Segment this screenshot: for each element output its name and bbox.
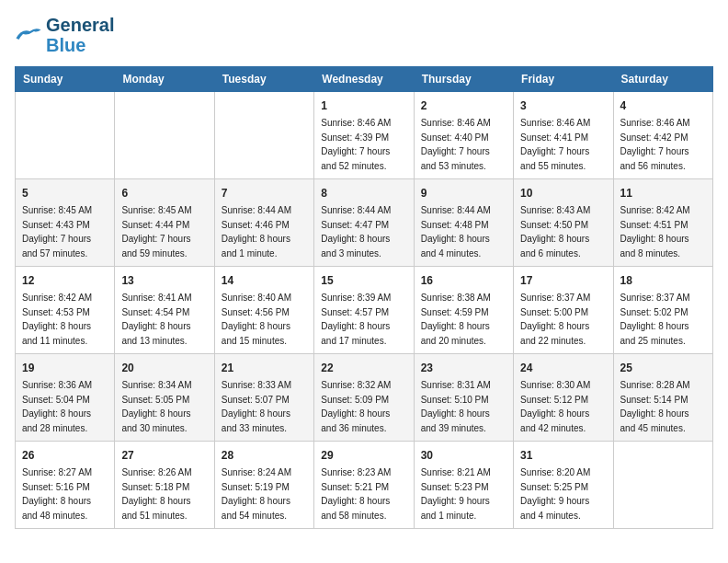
calendar-cell: 6Sunrise: 8:45 AM Sunset: 4:44 PM Daylig… — [115, 179, 214, 267]
day-info: Sunrise: 8:39 AM Sunset: 4:57 PM Dayligh… — [321, 291, 406, 348]
logo-bird-icon — [15, 26, 42, 42]
day-info: Sunrise: 8:44 AM Sunset: 4:48 PM Dayligh… — [421, 203, 506, 260]
calendar-cell — [115, 92, 214, 179]
calendar-cell: 4Sunrise: 8:46 AM Sunset: 4:42 PM Daylig… — [613, 92, 712, 179]
day-number: 14 — [222, 272, 307, 289]
calendar-cell: 20Sunrise: 8:34 AM Sunset: 5:05 PM Dayli… — [115, 354, 214, 442]
day-info: Sunrise: 8:37 AM Sunset: 5:02 PM Dayligh… — [620, 291, 706, 348]
calendar-cell: 12Sunrise: 8:42 AM Sunset: 4:53 PM Dayli… — [16, 267, 115, 354]
day-info: Sunrise: 8:30 AM Sunset: 5:12 PM Dayligh… — [520, 378, 606, 435]
day-number: 24 — [520, 360, 606, 376]
calendar-cell — [16, 92, 115, 179]
day-info: Sunrise: 8:28 AM Sunset: 5:14 PM Dayligh… — [620, 378, 706, 435]
day-number: 8 — [321, 185, 406, 201]
day-number: 3 — [520, 98, 606, 114]
day-info: Sunrise: 8:40 AM Sunset: 4:56 PM Dayligh… — [222, 291, 307, 348]
day-info: Sunrise: 8:36 AM Sunset: 5:04 PM Dayligh… — [22, 378, 108, 435]
day-info: Sunrise: 8:24 AM Sunset: 5:19 PM Dayligh… — [222, 465, 307, 523]
logo-text-blue: Blue — [46, 35, 85, 55]
day-info: Sunrise: 8:33 AM Sunset: 5:07 PM Dayligh… — [222, 378, 307, 435]
day-number: 13 — [121, 272, 207, 289]
page-header: General Blue — [15, 15, 713, 55]
calendar-cell: 9Sunrise: 8:44 AM Sunset: 4:48 PM Daylig… — [414, 179, 513, 267]
calendar-cell: 18Sunrise: 8:37 AM Sunset: 5:02 PM Dayli… — [613, 267, 712, 354]
calendar-cell: 19Sunrise: 8:36 AM Sunset: 5:04 PM Dayli… — [16, 354, 115, 442]
calendar-cell: 28Sunrise: 8:24 AM Sunset: 5:19 PM Dayli… — [214, 442, 313, 529]
day-number: 31 — [520, 447, 606, 464]
col-header-saturday: Saturday — [613, 67, 712, 92]
calendar-cell: 2Sunrise: 8:46 AM Sunset: 4:40 PM Daylig… — [414, 92, 513, 179]
calendar-cell: 1Sunrise: 8:46 AM Sunset: 4:39 PM Daylig… — [314, 92, 414, 179]
calendar-cell: 27Sunrise: 8:26 AM Sunset: 5:18 PM Dayli… — [115, 442, 214, 529]
calendar-cell: 8Sunrise: 8:44 AM Sunset: 4:47 PM Daylig… — [314, 179, 414, 267]
day-info: Sunrise: 8:45 AM Sunset: 4:44 PM Dayligh… — [121, 203, 207, 260]
day-number: 25 — [620, 360, 706, 376]
calendar-cell: 21Sunrise: 8:33 AM Sunset: 5:07 PM Dayli… — [214, 354, 313, 442]
day-number: 20 — [121, 360, 207, 376]
day-info: Sunrise: 8:46 AM Sunset: 4:39 PM Dayligh… — [321, 116, 406, 173]
day-info: Sunrise: 8:26 AM Sunset: 5:18 PM Dayligh… — [121, 465, 207, 523]
calendar-cell — [214, 92, 313, 179]
calendar-cell: 23Sunrise: 8:31 AM Sunset: 5:10 PM Dayli… — [414, 354, 513, 442]
day-number: 30 — [421, 447, 506, 464]
day-number: 1 — [321, 98, 406, 114]
day-number: 9 — [421, 185, 506, 201]
day-number: 11 — [620, 185, 706, 201]
day-info: Sunrise: 8:23 AM Sunset: 5:21 PM Dayligh… — [321, 465, 406, 523]
logo-text-general: General — [46, 15, 114, 35]
day-info: Sunrise: 8:27 AM Sunset: 5:16 PM Dayligh… — [22, 465, 108, 523]
calendar-cell: 7Sunrise: 8:44 AM Sunset: 4:46 PM Daylig… — [214, 179, 313, 267]
calendar-cell: 11Sunrise: 8:42 AM Sunset: 4:51 PM Dayli… — [613, 179, 712, 267]
calendar-cell: 14Sunrise: 8:40 AM Sunset: 4:56 PM Dayli… — [214, 267, 313, 354]
day-info: Sunrise: 8:46 AM Sunset: 4:40 PM Dayligh… — [421, 116, 506, 173]
calendar-cell: 30Sunrise: 8:21 AM Sunset: 5:23 PM Dayli… — [414, 442, 513, 529]
calendar-cell: 5Sunrise: 8:45 AM Sunset: 4:43 PM Daylig… — [16, 179, 115, 267]
day-number: 26 — [22, 447, 108, 464]
day-number: 19 — [22, 360, 108, 376]
day-info: Sunrise: 8:42 AM Sunset: 4:51 PM Dayligh… — [620, 203, 706, 260]
col-header-friday: Friday — [514, 67, 613, 92]
day-number: 23 — [421, 360, 506, 376]
calendar-cell: 26Sunrise: 8:27 AM Sunset: 5:16 PM Dayli… — [16, 442, 115, 529]
day-info: Sunrise: 8:38 AM Sunset: 4:59 PM Dayligh… — [421, 291, 506, 348]
calendar-cell: 29Sunrise: 8:23 AM Sunset: 5:21 PM Dayli… — [314, 442, 414, 529]
day-info: Sunrise: 8:42 AM Sunset: 4:53 PM Dayligh… — [22, 291, 108, 348]
day-info: Sunrise: 8:43 AM Sunset: 4:50 PM Dayligh… — [520, 203, 606, 260]
day-number: 12 — [22, 272, 108, 289]
day-info: Sunrise: 8:46 AM Sunset: 4:42 PM Dayligh… — [620, 116, 706, 173]
calendar-cell: 25Sunrise: 8:28 AM Sunset: 5:14 PM Dayli… — [613, 354, 712, 442]
calendar-cell: 22Sunrise: 8:32 AM Sunset: 5:09 PM Dayli… — [314, 354, 414, 442]
calendar-cell — [613, 442, 712, 529]
day-number: 18 — [620, 272, 706, 289]
day-number: 10 — [520, 185, 606, 201]
day-number: 22 — [321, 360, 406, 376]
col-header-monday: Monday — [115, 67, 214, 92]
day-info: Sunrise: 8:31 AM Sunset: 5:10 PM Dayligh… — [421, 378, 506, 435]
day-number: 17 — [520, 272, 606, 289]
day-info: Sunrise: 8:45 AM Sunset: 4:43 PM Dayligh… — [22, 203, 108, 260]
day-number: 4 — [620, 98, 706, 114]
day-info: Sunrise: 8:44 AM Sunset: 4:46 PM Dayligh… — [222, 203, 307, 260]
calendar-cell: 24Sunrise: 8:30 AM Sunset: 5:12 PM Dayli… — [514, 354, 613, 442]
day-info: Sunrise: 8:20 AM Sunset: 5:25 PM Dayligh… — [520, 465, 606, 523]
day-info: Sunrise: 8:34 AM Sunset: 5:05 PM Dayligh… — [121, 378, 207, 435]
day-number: 5 — [22, 185, 108, 201]
day-info: Sunrise: 8:21 AM Sunset: 5:23 PM Dayligh… — [421, 465, 506, 523]
day-number: 16 — [421, 272, 506, 289]
day-number: 7 — [222, 185, 307, 201]
day-info: Sunrise: 8:44 AM Sunset: 4:47 PM Dayligh… — [321, 203, 406, 260]
calendar-cell: 10Sunrise: 8:43 AM Sunset: 4:50 PM Dayli… — [514, 179, 613, 267]
logo: General Blue — [15, 15, 114, 55]
day-number: 21 — [222, 360, 307, 376]
day-number: 15 — [321, 272, 406, 289]
calendar-cell: 16Sunrise: 8:38 AM Sunset: 4:59 PM Dayli… — [414, 267, 513, 354]
calendar-cell: 13Sunrise: 8:41 AM Sunset: 4:54 PM Dayli… — [115, 267, 214, 354]
day-number: 6 — [121, 185, 207, 201]
day-info: Sunrise: 8:37 AM Sunset: 5:00 PM Dayligh… — [520, 291, 606, 348]
calendar-cell: 17Sunrise: 8:37 AM Sunset: 5:00 PM Dayli… — [514, 267, 613, 354]
day-info: Sunrise: 8:46 AM Sunset: 4:41 PM Dayligh… — [520, 116, 606, 173]
day-number: 29 — [321, 447, 406, 464]
col-header-thursday: Thursday — [414, 67, 513, 92]
day-info: Sunrise: 8:41 AM Sunset: 4:54 PM Dayligh… — [121, 291, 207, 348]
day-info: Sunrise: 8:32 AM Sunset: 5:09 PM Dayligh… — [321, 378, 406, 435]
